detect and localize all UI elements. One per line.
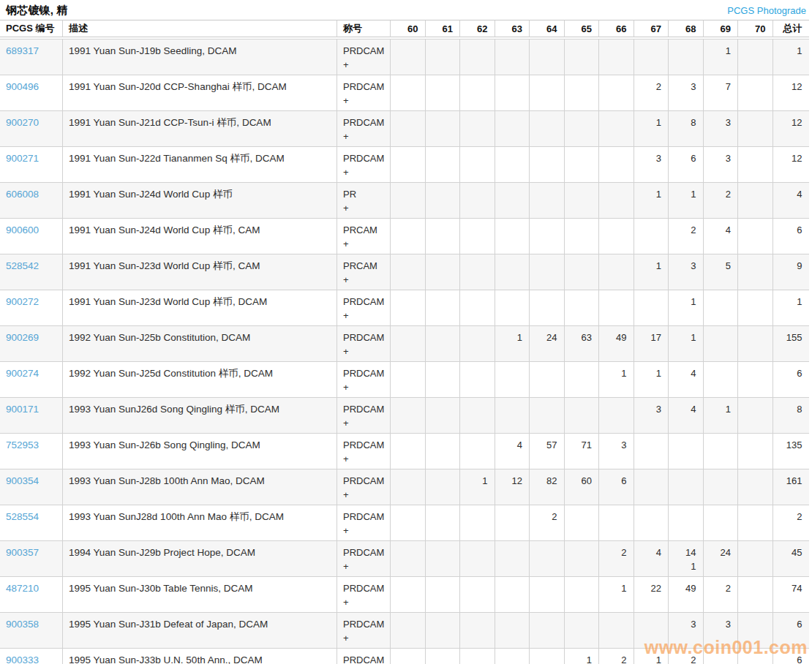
grade-67-cell: 22: [634, 577, 669, 613]
pcgs-number-link[interactable]: 900496: [6, 81, 39, 92]
grade-61-cell: [425, 254, 460, 290]
pcgs-number-link[interactable]: 900272: [6, 296, 39, 307]
grade-67-cell: 2: [634, 75, 669, 111]
total-cell: 12: [772, 147, 809, 183]
pcgs-number-link[interactable]: 900269: [6, 332, 39, 343]
grade-60-cell: [390, 147, 425, 183]
grade-70-cell: [737, 649, 772, 664]
grade-65-cell: [564, 75, 599, 111]
grade-count-line: 14: [674, 546, 696, 559]
grade-62-cell: [459, 290, 495, 326]
pcgs-number-link[interactable]: 900171: [6, 404, 39, 415]
grade-66-cell: [598, 505, 634, 541]
grade-61-cell: [425, 75, 460, 111]
pcgs-number-link[interactable]: 606008: [6, 189, 39, 200]
pcgs-number-link[interactable]: 900357: [6, 547, 39, 558]
grade-68-cell: 1: [668, 290, 703, 326]
grade-70-cell: [737, 541, 772, 577]
designation-plus-label: +: [343, 452, 383, 466]
grade-67-cell: 1: [634, 183, 669, 219]
grade-69-cell: [703, 649, 738, 664]
designation-label: PRDCAM: [343, 295, 383, 309]
table-row: 9002711991 Yuan Sun-J22d Tiananmen Sq 样币…: [0, 147, 809, 183]
grade-63-cell: 4: [495, 434, 530, 469]
grade-62-cell: [459, 649, 495, 664]
pcgs-number-link[interactable]: 528542: [6, 260, 39, 271]
grade-69-cell: 1: [703, 39, 738, 75]
grade-69-cell: 3: [703, 111, 738, 147]
pcgs-number-link[interactable]: 900271: [6, 153, 39, 164]
grade-65-cell: [564, 577, 599, 613]
pcgs-number-link[interactable]: 900358: [6, 619, 39, 630]
grade-64-cell: [529, 613, 564, 649]
pcgs-photograde-link[interactable]: PCGS Photograde: [727, 5, 806, 16]
designation-cell: PRDCAM+: [337, 505, 390, 541]
designation-cell: PR+: [337, 183, 390, 219]
grade-68-cell: 4: [668, 398, 703, 434]
grade-66-cell: 3: [598, 434, 634, 469]
pcgs-number-link[interactable]: 689317: [6, 45, 39, 56]
designation-plus-label: +: [343, 380, 383, 394]
grade-66-cell: 6: [598, 469, 634, 505]
designation-label: PRDCAM: [343, 510, 383, 524]
coin-description: 1991 Yuan Sun-J21d CCP-Tsun-i 样币, DCAM: [62, 111, 337, 147]
grade-67-cell: [634, 505, 669, 541]
pcgs-number-cell: 487210: [0, 577, 62, 613]
coin-description: 1995 Yuan Sun-J33b U.N. 50th Ann., DCAM: [62, 649, 337, 664]
grade-62-cell: [459, 577, 495, 613]
pcgs-number-link[interactable]: 900274: [6, 368, 39, 379]
grade-63-cell: [495, 362, 530, 398]
coin-description: 1991 Yuan Sun-J23d World Cup 样币, CAM: [62, 254, 337, 290]
table-row: 9003581995 Yuan Sun-J31b Defeat of Japan…: [0, 613, 809, 649]
total-cell: 6: [772, 219, 809, 254]
coin-description: 1993 Yuan SunJ28d 100th Ann Mao 样币, DCAM: [62, 505, 337, 541]
pcgs-number-link[interactable]: 752953: [6, 439, 39, 450]
grade-67-cell: 17: [634, 326, 669, 362]
grade-61-cell: [425, 613, 460, 649]
designation-label: PRDCAM: [343, 44, 383, 58]
designation-plus-label: +: [343, 416, 383, 430]
designation-plus-label: +: [343, 273, 383, 287]
grade-64-cell: [529, 362, 564, 398]
grade-69-cell: 5: [703, 254, 738, 290]
pcgs-number-link[interactable]: 900333: [6, 654, 39, 664]
coin-description: 1991 Yuan Sun-J22d Tiananmen Sq 样币, DCAM: [62, 147, 337, 183]
grade-62-cell: [459, 541, 495, 577]
header-grade-69: 69: [703, 20, 738, 37]
pcgs-number-link[interactable]: 900354: [6, 475, 39, 486]
pcgs-number-cell: 528542: [0, 254, 62, 290]
table-row: 9003541993 Yuan Sun-J28b 100th Ann Mao, …: [0, 469, 809, 505]
coin-description: 1992 Yuan Sun-J25b Constitution, DCAM: [62, 326, 337, 362]
pcgs-number-link[interactable]: 900270: [6, 117, 39, 128]
total-cell: 6: [772, 649, 809, 664]
grade-70-cell: [737, 398, 772, 434]
header-grade-70: 70: [737, 20, 772, 37]
designation-plus-label: +: [343, 309, 383, 322]
total-cell: 12: [772, 111, 809, 147]
designation-cell: PRDCAM+: [337, 290, 390, 326]
pcgs-number-cell: 900269: [0, 326, 62, 362]
coin-description: 1993 Yuan SunJ26d Song Qingling 样币, DCAM: [62, 398, 337, 434]
grade-70-cell: [737, 147, 772, 183]
grade-70-cell: [737, 505, 772, 541]
coin-description: 1993 Yuan Sun-J26b Song Qingling, DCAM: [62, 434, 337, 469]
coin-description: 1993 Yuan Sun-J28b 100th Ann Mao, DCAM: [62, 469, 337, 505]
grade-62-cell: [459, 39, 495, 75]
header-grade-65: 65: [564, 20, 599, 37]
grade-60-cell: [390, 434, 425, 469]
pcgs-number-link[interactable]: 487210: [6, 583, 39, 594]
grade-66-cell: 2: [598, 541, 634, 577]
header-grade-60: 60: [390, 20, 425, 37]
grade-65-cell: [564, 254, 599, 290]
coin-description: 1991 Yuan Sun-J23d World Cup 样币, DCAM: [62, 290, 337, 326]
grade-69-cell: 2: [703, 577, 738, 613]
grade-68-cell: 3: [668, 75, 703, 111]
grade-65-cell: [564, 362, 599, 398]
grade-64-cell: [529, 290, 564, 326]
grade-61-cell: [425, 398, 460, 434]
pcgs-number-link[interactable]: 900600: [6, 225, 39, 235]
coin-description: 1991 Yuan Sun-J24d World Cup 样币, CAM: [62, 219, 337, 254]
grade-64-cell: [529, 541, 564, 577]
grade-67-cell: [634, 613, 669, 649]
pcgs-number-link[interactable]: 528554: [6, 511, 39, 522]
